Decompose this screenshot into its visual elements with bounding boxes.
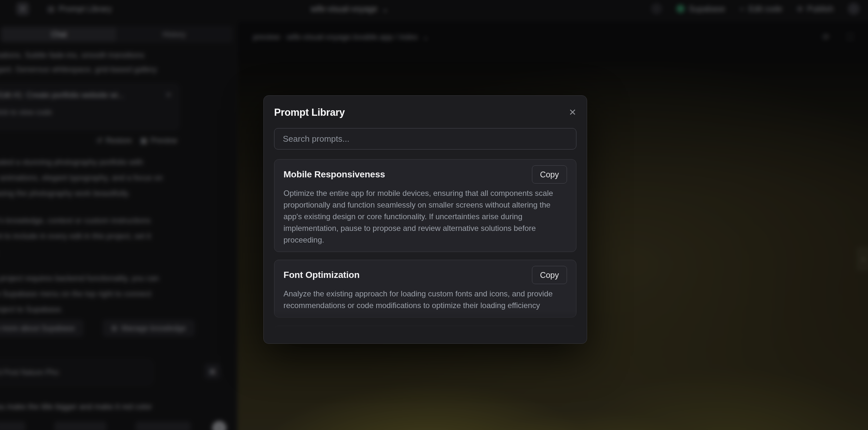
prompt-list[interactable]: Mobile Responsiveness Copy Optimize the … [274, 159, 577, 331]
search-input[interactable] [274, 128, 577, 150]
prompt-card: Font Optimization Copy Analyze the exist… [274, 260, 577, 317]
prompt-body: Optimize the entire app for mobile devic… [283, 187, 567, 246]
scroll-fade [274, 310, 577, 331]
copy-button[interactable]: Copy [532, 165, 567, 184]
modal-title: Prompt Library [274, 107, 345, 118]
prompt-title: Mobile Responsiveness [283, 169, 385, 180]
copy-button[interactable]: Copy [532, 266, 567, 284]
prompt-card: Mobile Responsiveness Copy Optimize the … [274, 159, 577, 252]
prompt-body: Analyze the existing approach for loadin… [283, 288, 567, 311]
modal-header: Prompt Library ✕ [274, 107, 577, 118]
prompt-title: Font Optimization [283, 270, 360, 280]
close-icon[interactable]: ✕ [569, 108, 577, 117]
prompt-library-modal: Prompt Library ✕ Mobile Responsiveness C… [264, 95, 587, 344]
screen: ♥ ▤ Prompt Library wife-visual-voyage ⌄ … [0, 0, 868, 430]
